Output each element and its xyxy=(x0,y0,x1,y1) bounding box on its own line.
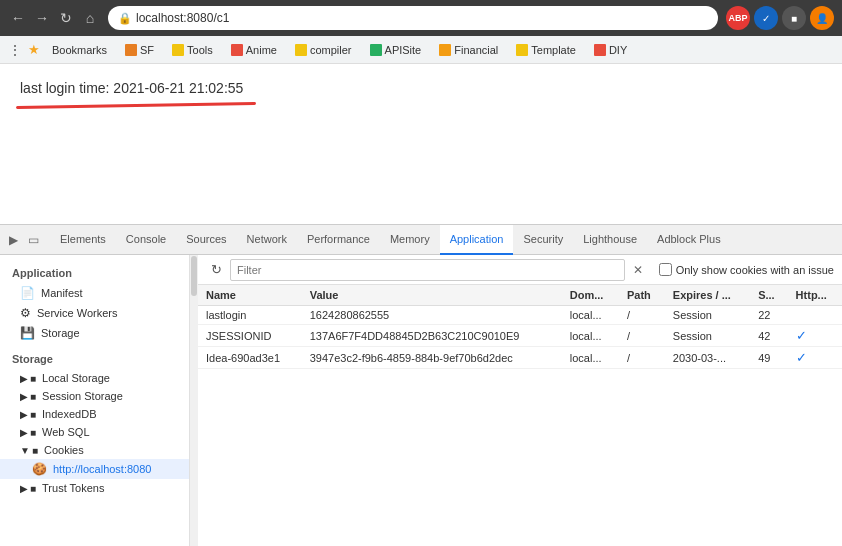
cell-1: 3947e3c2-f9b6-4859-884b-9ef70b6d2dec xyxy=(302,347,562,369)
tab-elements[interactable]: Elements xyxy=(50,225,116,255)
sidebar-scrollbar[interactable] xyxy=(190,255,198,546)
cell-0: Idea-690ad3e1 xyxy=(198,347,302,369)
sidebar-item-local-storage-label: Local Storage xyxy=(42,372,110,384)
tab-application[interactable]: Application xyxy=(440,225,514,255)
cookies-only-label: Only show cookies with an issue xyxy=(659,263,834,276)
cell-3: / xyxy=(619,325,665,347)
bookmark-apisite[interactable]: APISite xyxy=(364,42,428,58)
bookmark-sf-icon xyxy=(125,44,137,56)
login-time-text: last login time: 2021-06-21 21:02:55 xyxy=(20,80,822,96)
sidebar-item-indexeddb[interactable]: ▶ ■ IndexedDB xyxy=(0,405,189,423)
sidebar-item-cookies[interactable]: ▼ ■ Cookies xyxy=(0,441,189,459)
extension1-button[interactable]: ✓ xyxy=(754,6,778,30)
bookmarks-folder[interactable]: Bookmarks xyxy=(46,42,113,58)
bookmark-financial[interactable]: Financial xyxy=(433,42,504,58)
sidebar-item-localhost-label: http://localhost:8080 xyxy=(53,463,151,475)
cell-6 xyxy=(788,306,842,325)
bookmark-anime-icon xyxy=(231,44,243,56)
tab-console[interactable]: Console xyxy=(116,225,176,255)
bookmark-tools-label: Tools xyxy=(187,44,213,56)
tab-sources[interactable]: Sources xyxy=(176,225,236,255)
back-button[interactable]: ← xyxy=(8,8,28,28)
bookmarks-label: Bookmarks xyxy=(52,44,107,56)
cell-2: local... xyxy=(562,347,619,369)
sidebar-item-local-storage[interactable]: ▶ ■ Local Storage xyxy=(0,369,189,387)
sidebar-item-service-workers-label: Service Workers xyxy=(37,307,117,319)
bookmark-template[interactable]: Template xyxy=(510,42,582,58)
refresh-button[interactable]: ↻ xyxy=(206,260,226,280)
tab-security[interactable]: Security xyxy=(513,225,573,255)
cell-4: Session xyxy=(665,306,750,325)
inspect-icon[interactable]: ▶ xyxy=(4,231,22,249)
cell-5: 42 xyxy=(750,325,787,347)
indexeddb-toggle-icon: ▶ xyxy=(20,409,28,420)
bookmark-anime[interactable]: Anime xyxy=(225,42,283,58)
cell-6: ✓ xyxy=(788,347,842,369)
bookmark-tools[interactable]: Tools xyxy=(166,42,219,58)
devtools-tab-icons: ▶ ▭ xyxy=(4,231,42,249)
sidebar-item-manifest[interactable]: 📄 Manifest xyxy=(0,283,189,303)
cell-6: ✓ xyxy=(788,325,842,347)
bookmark-diy-label: DIY xyxy=(609,44,627,56)
tab-performance[interactable]: Performance xyxy=(297,225,380,255)
sidebar-container: Application 📄 Manifest ⚙ Service Workers… xyxy=(0,255,198,546)
bookmark-diy-icon xyxy=(594,44,606,56)
sidebar-item-localhost[interactable]: 🍪 http://localhost:8080 xyxy=(0,459,189,479)
sidebar-item-service-workers[interactable]: ⚙ Service Workers xyxy=(0,303,189,323)
cookies-icon: ■ xyxy=(32,445,38,456)
page-content: last login time: 2021-06-21 21:02:55 xyxy=(0,64,842,224)
web-sql-icon: ■ xyxy=(30,427,36,438)
profile-button[interactable]: 👤 xyxy=(810,6,834,30)
cell-3: / xyxy=(619,347,665,369)
cell-2: local... xyxy=(562,306,619,325)
sidebar-item-session-storage-label: Session Storage xyxy=(42,390,123,402)
localhost-cookie-icon: 🍪 xyxy=(32,462,47,476)
tab-lighthouse[interactable]: Lighthouse xyxy=(573,225,647,255)
filter-input[interactable] xyxy=(230,259,625,281)
cell-1: 1624280862555 xyxy=(302,306,562,325)
filter-clear-button[interactable]: ✕ xyxy=(629,261,647,279)
tab-network[interactable]: Network xyxy=(237,225,297,255)
sidebar-item-session-storage[interactable]: ▶ ■ Session Storage xyxy=(0,387,189,405)
sidebar-item-trust-tokens[interactable]: ▶ ■ Trust Tokens xyxy=(0,479,189,497)
table-row[interactable]: lastlogin1624280862555local.../Session22 xyxy=(198,306,842,325)
cell-5: 49 xyxy=(750,347,787,369)
local-storage-toggle-icon: ▶ xyxy=(20,373,28,384)
cell-4: 2030-03-... xyxy=(665,347,750,369)
cookies-only-text: Only show cookies with an issue xyxy=(676,264,834,276)
sidebar-item-web-sql-label: Web SQL xyxy=(42,426,90,438)
checkmark-icon: ✓ xyxy=(796,328,807,343)
bookmark-template-label: Template xyxy=(531,44,576,56)
bookmark-sf[interactable]: SF xyxy=(119,42,160,58)
cookies-only-checkbox[interactable] xyxy=(659,263,672,276)
cell-3: / xyxy=(619,306,665,325)
sidebar-item-web-sql[interactable]: ▶ ■ Web SQL xyxy=(0,423,189,441)
extension2-button[interactable]: ■ xyxy=(782,6,806,30)
star-icon: ★ xyxy=(28,42,40,57)
forward-button[interactable]: → xyxy=(32,8,52,28)
table-row[interactable]: JSESSIONID137A6F7F4DD48845D2B63C210C9010… xyxy=(198,325,842,347)
header-name: Name xyxy=(198,285,302,306)
browser-chrome: ← → ↻ ⌂ 🔒 localhost:8080/c1 ABP ✓ ■ 👤 xyxy=(0,0,842,36)
web-sql-toggle-icon: ▶ xyxy=(20,427,28,438)
apps-icon[interactable]: ⋮ xyxy=(8,42,22,58)
adblock-button[interactable]: ABP xyxy=(726,6,750,30)
reload-button[interactable]: ↻ xyxy=(56,8,76,28)
trust-tokens-icon: ■ xyxy=(30,483,36,494)
sidebar: Application 📄 Manifest ⚙ Service Workers… xyxy=(0,255,190,546)
browser-actions: ABP ✓ ■ 👤 xyxy=(726,6,834,30)
tab-adblock-plus[interactable]: Adblock Plus xyxy=(647,225,731,255)
lock-icon: 🔒 xyxy=(118,12,132,25)
bookmark-compiler[interactable]: compiler xyxy=(289,42,358,58)
table-row[interactable]: Idea-690ad3e13947e3c2-f9b6-4859-884b-9ef… xyxy=(198,347,842,369)
device-icon[interactable]: ▭ xyxy=(24,231,42,249)
storage-app-icon: 💾 xyxy=(20,326,35,340)
address-bar[interactable]: 🔒 localhost:8080/c1 xyxy=(108,6,718,30)
home-button[interactable]: ⌂ xyxy=(80,8,100,28)
sidebar-item-storage-app[interactable]: 💾 Storage xyxy=(0,323,189,343)
tab-memory[interactable]: Memory xyxy=(380,225,440,255)
session-storage-toggle-icon: ▶ xyxy=(20,391,28,402)
service-workers-icon: ⚙ xyxy=(20,306,31,320)
bookmark-diy[interactable]: DIY xyxy=(588,42,633,58)
bookmark-financial-label: Financial xyxy=(454,44,498,56)
